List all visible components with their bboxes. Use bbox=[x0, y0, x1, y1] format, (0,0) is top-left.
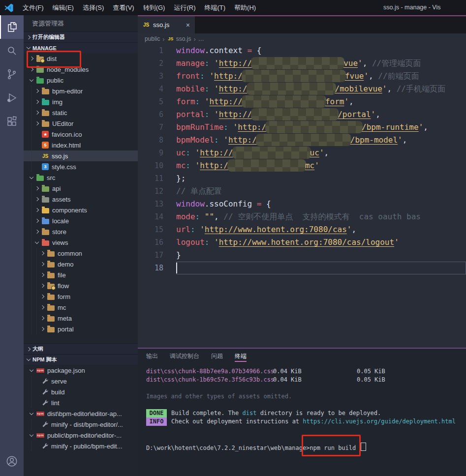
panel-tab-输出[interactable]: 输出 bbox=[146, 349, 158, 363]
chevron-right-icon[interactable] bbox=[35, 111, 39, 115]
open-editors-section[interactable]: 打开的编辑器 bbox=[24, 31, 138, 42]
chevron-right-icon[interactable] bbox=[40, 295, 44, 298]
tree-item-meta[interactable]: meta bbox=[24, 313, 138, 324]
chevron-right-icon[interactable] bbox=[40, 316, 44, 320]
close-icon[interactable]: × bbox=[186, 22, 190, 29]
code-line-12[interactable]: 12// 单点配置 bbox=[138, 185, 466, 198]
code-line-2[interactable]: 2manage: 'http://vue', //管理端页面 bbox=[138, 57, 466, 70]
chevron-right-icon[interactable] bbox=[35, 197, 39, 201]
panel-tab-调试控制台[interactable]: 调试控制台 bbox=[170, 349, 199, 363]
code-line-8[interactable]: 8bpmModel: 'http://bpm-model', bbox=[138, 134, 466, 147]
tree-item-file[interactable]: file bbox=[24, 269, 138, 280]
tree-item-index-html[interactable]: 5index.html bbox=[24, 140, 138, 150]
tree-item-ueditor[interactable]: UEditor bbox=[24, 118, 138, 129]
chevron-down-icon[interactable] bbox=[30, 432, 33, 436]
chevron-right-icon[interactable] bbox=[35, 219, 39, 223]
chevron-down-icon[interactable] bbox=[30, 367, 33, 371]
code-line-5[interactable]: 5form: 'http://form', bbox=[138, 95, 466, 108]
tree-item-store[interactable]: store bbox=[24, 226, 138, 237]
chevron-right-icon[interactable] bbox=[35, 121, 39, 125]
npm-item-minify-dist-bpm-editor-[interactable]: minify - dist/bpm-editor/... bbox=[24, 419, 138, 430]
menu-帮助(H)[interactable]: 帮助(H) bbox=[230, 4, 260, 11]
breadcrumb-file[interactable]: sso.js bbox=[176, 35, 191, 42]
npm-item-package-json[interactable]: npmpackage.json bbox=[24, 365, 138, 376]
tree-item-favicon-ico[interactable]: ★favicon.ico bbox=[24, 129, 138, 140]
tree-item-node-modules[interactable]: node_modules bbox=[24, 64, 138, 75]
explorer-icon[interactable] bbox=[0, 15, 24, 39]
project-section[interactable]: MANAGE bbox=[24, 42, 138, 53]
menu-终端(T)[interactable]: 终端(T) bbox=[200, 4, 230, 11]
tree-item-static[interactable]: static bbox=[24, 107, 138, 118]
tree-item-flow[interactable]: flow bbox=[24, 280, 138, 291]
terminal-output[interactable]: dist\css\chunk-88b7ee9a.07b34966.css0.04… bbox=[138, 363, 466, 451]
outline-section[interactable]: 大纲 bbox=[24, 343, 138, 354]
tree-item-demo[interactable]: demo bbox=[24, 259, 138, 269]
npm-item-minify-public-bpm-edit-[interactable]: minify - public/bpm-edit... bbox=[24, 441, 138, 451]
menu-编辑(E)[interactable]: 编辑(E) bbox=[48, 4, 78, 11]
code-line-6[interactable]: 6portal: 'http:///portal', bbox=[138, 108, 466, 121]
chevron-right-icon[interactable] bbox=[40, 262, 44, 266]
tree-item-components[interactable]: components bbox=[24, 205, 138, 215]
npm-item-dist-bpm-editor-editor-ap-[interactable]: npmdist\bpm-editor\editor-ap... bbox=[24, 408, 138, 419]
account-icon[interactable] bbox=[0, 449, 24, 473]
chevron-right-icon[interactable] bbox=[40, 284, 44, 288]
tree-item-common[interactable]: common bbox=[24, 248, 138, 259]
menu-转到(G)[interactable]: 转到(G) bbox=[139, 4, 170, 11]
code-line-18[interactable]: 18 bbox=[138, 262, 466, 274]
menu-选择(S)[interactable]: 选择(S) bbox=[78, 4, 108, 11]
menu-查看(V)[interactable]: 查看(V) bbox=[108, 4, 138, 11]
npm-item-public-bpm-editor-editor-[interactable]: npmpublic\bpm-editor\editor-... bbox=[24, 430, 138, 441]
chevron-right-icon[interactable] bbox=[35, 89, 39, 93]
panel-tab-终端[interactable]: 终端 bbox=[235, 349, 247, 363]
run-debug-icon[interactable] bbox=[0, 86, 24, 110]
tree-item-style-css[interactable]: 3style.css bbox=[24, 161, 138, 172]
chevron-right-icon[interactable] bbox=[40, 273, 44, 277]
code-line-16[interactable]: 16logout: 'http://www.hotent.org:7080/ca… bbox=[138, 236, 466, 249]
code-line-10[interactable]: 10mc: 'http:/mc' bbox=[138, 159, 466, 172]
tree-item-views[interactable]: views bbox=[24, 237, 138, 248]
tab-sso-js[interactable]: JS sso.js × bbox=[138, 16, 195, 33]
chevron-down-icon[interactable] bbox=[30, 175, 33, 178]
chevron-right-icon[interactable] bbox=[35, 208, 39, 212]
code-line-3[interactable]: 3front: 'http:/fvue', //前端页面 bbox=[138, 70, 466, 83]
npm-item-lint[interactable]: lint bbox=[24, 397, 138, 408]
code-editor[interactable]: 1window.context = {2manage: 'http://vue'… bbox=[138, 44, 466, 274]
chevron-down-icon[interactable] bbox=[35, 239, 39, 243]
tree-item-assets[interactable]: assets bbox=[24, 194, 138, 205]
tree-item-public[interactable]: public bbox=[24, 75, 138, 86]
chevron-down-icon[interactable] bbox=[30, 411, 33, 415]
tree-item-api[interactable]: api bbox=[24, 183, 138, 194]
breadcrumb-root[interactable]: public bbox=[145, 35, 160, 42]
chevron-right-icon[interactable] bbox=[40, 251, 44, 255]
tree-item-dist[interactable]: dist bbox=[24, 53, 138, 64]
tree-item-img[interactable]: img bbox=[24, 96, 138, 107]
tree-item-sso-js[interactable]: JSsso.js bbox=[24, 150, 138, 161]
code-line-15[interactable]: 15url: 'http://www.hotent.org:7080/cas', bbox=[138, 223, 466, 236]
breadcrumb-more[interactable]: … bbox=[198, 35, 204, 42]
code-line-7[interactable]: 7bpmRunTime: 'http://bpm-runtime', bbox=[138, 121, 466, 134]
npm-item-serve[interactable]: serve bbox=[24, 376, 138, 387]
chevron-right-icon[interactable] bbox=[40, 305, 44, 309]
code-line-1[interactable]: 1window.context = { bbox=[138, 44, 466, 57]
source-control-icon[interactable] bbox=[0, 62, 24, 86]
npm-scripts-section[interactable]: NPM 脚本 bbox=[24, 354, 138, 365]
extensions-icon[interactable] bbox=[0, 110, 24, 133]
chevron-right-icon[interactable] bbox=[30, 67, 33, 71]
chevron-down-icon[interactable] bbox=[30, 77, 33, 81]
code-line-14[interactable]: 14mode: "", // 空则不使用单点 支持的模式有 cas oauth … bbox=[138, 210, 466, 223]
code-line-9[interactable]: 9uc: 'http://uc', bbox=[138, 147, 466, 159]
tree-item-src[interactable]: src bbox=[24, 172, 138, 183]
menu-文件(F)[interactable]: 文件(F) bbox=[18, 4, 48, 11]
tree-item-bpm-editor[interactable]: bpm-editor bbox=[24, 86, 138, 96]
code-line-4[interactable]: 4mobile: 'http://mobilevue', //手机端页面 bbox=[138, 83, 466, 95]
menu-运行(R)[interactable]: 运行(R) bbox=[169, 4, 200, 11]
chevron-right-icon[interactable] bbox=[35, 100, 39, 104]
chevron-right-icon[interactable] bbox=[35, 230, 39, 234]
code-line-17[interactable]: 17} bbox=[138, 249, 466, 262]
panel-tab-问题[interactable]: 问题 bbox=[211, 349, 223, 363]
search-icon[interactable] bbox=[0, 39, 24, 62]
npm-item-build[interactable]: build bbox=[24, 387, 138, 397]
tree-item-portal[interactable]: portal bbox=[24, 324, 138, 334]
tree-item-mc[interactable]: mc bbox=[24, 302, 138, 313]
chevron-right-icon[interactable] bbox=[35, 186, 39, 190]
